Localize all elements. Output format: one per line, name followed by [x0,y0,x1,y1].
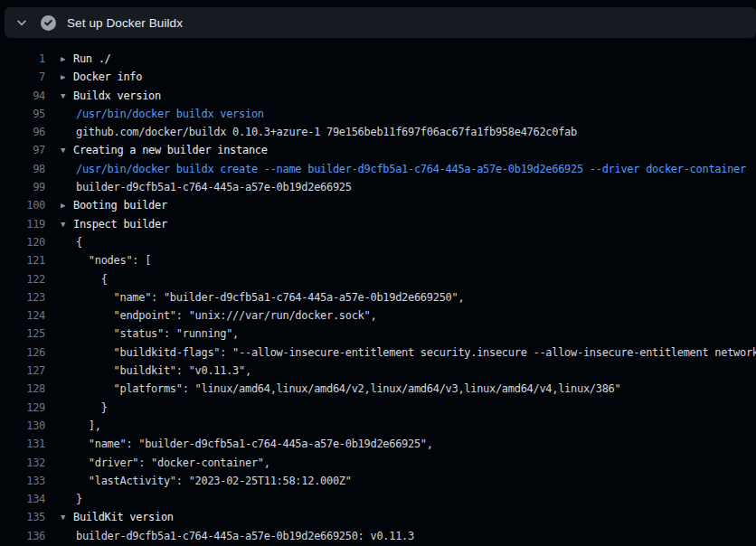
group-expand-icon[interactable]: ▶ [61,50,73,68]
line-number[interactable]: 96 [0,123,45,141]
line-number[interactable]: 135 [0,508,45,526]
log-line: 97 ▼ Creating a new builder instance [0,141,756,159]
log-line: 122 { [0,270,756,288]
group-collapse-icon[interactable]: ▼ [61,141,73,159]
log-line: 134 } [0,490,756,508]
check-circle-icon [41,15,56,31]
log-text: "status": "running", [76,325,239,343]
line-number[interactable]: 100 [0,196,45,214]
line-number[interactable]: 121 [0,251,45,269]
line-number[interactable]: 122 [0,270,45,288]
group-collapse-icon[interactable]: ▼ [61,87,73,105]
line-number[interactable]: 136 [0,527,45,545]
log-line: 120 { [0,233,756,251]
log-line: 121 "nodes": [ [0,251,756,269]
log-text: "buildkit": "v0.11.3", [76,362,251,380]
log-text: { [76,233,82,251]
line-number[interactable]: 98 [0,160,45,178]
chevron-down-icon[interactable] [14,15,29,30]
group-expand-icon[interactable]: ▶ [61,68,73,86]
log-text: "nodes": [ [76,251,151,269]
log-text: "lastActivity": "2023-02-25T11:58:12.000… [76,472,352,490]
line-number[interactable]: 125 [0,325,45,343]
log-text: github.com/docker/buildx 0.10.3+azure-1 … [76,123,577,141]
log-text: ], [76,417,101,435]
log-line: 127 "buildkit": "v0.11.3", [0,362,756,380]
line-number[interactable]: 129 [0,399,45,417]
log-line: 131 "name": "builder-d9cfb5a1-c764-445a-… [0,435,756,453]
line-number[interactable]: 124 [0,306,45,325]
line-number[interactable]: 94 [0,87,45,105]
log-text: "name": "builder-d9cfb5a1-c764-445a-a57e… [76,435,433,453]
line-number[interactable]: 123 [0,288,45,306]
log-text[interactable]: Booting builder [73,196,167,214]
line-number[interactable]: 1 [0,50,45,68]
log-line: 95 /usr/bin/docker buildx version [0,105,756,123]
log-line: 98 /usr/bin/docker buildx create --name … [0,160,756,178]
log-text: /usr/bin/docker buildx create --name bui… [76,160,746,178]
log-text: "platforms": "linux/amd64,linux/amd64/v2… [76,380,620,398]
log-line: 123 "name": "builder-d9cfb5a1-c764-445a-… [0,288,756,306]
log-line: 119 ▼ Inspect builder [0,215,756,233]
line-number[interactable]: 132 [0,454,45,472]
step-title: Set up Docker Buildx [67,16,183,30]
log-text: "driver": "docker-container", [76,454,270,472]
log-line: 128 "platforms": "linux/amd64,linux/amd6… [0,380,756,398]
log-text: "buildkitd-flags": "--allow-insecure-ent… [76,344,756,362]
log-line: 1 ▶ Run ./ [0,50,756,68]
line-number[interactable]: 131 [0,435,45,453]
log-text[interactable]: Buildx version [73,87,161,105]
log-line: 100 ▶ Booting builder [0,196,756,214]
log-line: 94 ▼ Buildx version [0,87,756,105]
log-line: 124 "endpoint": "unix:///var/run/docker.… [0,306,756,325]
line-number[interactable]: 134 [0,490,45,508]
log-text: { [76,270,108,288]
line-number[interactable]: 120 [0,233,45,251]
log-text: } [76,490,82,508]
log-line: 126 "buildkitd-flags": "--allow-insecure… [0,344,756,362]
step-header[interactable]: Set up Docker Buildx [5,7,756,38]
line-number[interactable]: 127 [0,362,45,380]
log-text[interactable]: BuildKit version [73,508,174,526]
log-line: 7 ▶ Docker info [0,68,756,86]
line-number[interactable]: 95 [0,105,45,123]
log-line: 96 github.com/docker/buildx 0.10.3+azure… [0,123,756,141]
line-number[interactable]: 126 [0,344,45,362]
log-line: 125 "status": "running", [0,325,756,343]
log-text: /usr/bin/docker buildx version [76,105,264,123]
log-line: 129 } [0,399,756,417]
log-text: builder-d9cfb5a1-c764-445a-a57e-0b19d2e6… [76,527,414,545]
log-text: "name": "builder-d9cfb5a1-c764-445a-a57e… [76,288,464,306]
log-line: 135 ▼ BuildKit version [0,508,756,526]
log-text[interactable]: Docker info [73,68,142,86]
line-number[interactable]: 99 [0,178,45,196]
log-text[interactable]: Inspect builder [73,215,167,233]
log-text[interactable]: Run ./ [73,50,111,68]
line-number[interactable]: 97 [0,141,45,159]
line-number[interactable]: 128 [0,380,45,398]
group-collapse-icon[interactable]: ▼ [61,215,73,233]
log-text: } [76,399,108,417]
line-number[interactable]: 119 [0,215,45,233]
log-line: 99 builder-d9cfb5a1-c764-445a-a57e-0b19d… [0,178,756,196]
log-line: 130 ], [0,417,756,435]
log-text: builder-d9cfb5a1-c764-445a-a57e-0b19d2e6… [76,178,352,196]
group-collapse-icon[interactable]: ▼ [61,508,73,526]
log-line: 133 "lastActivity": "2023-02-25T11:58:12… [0,472,756,490]
line-number[interactable]: 130 [0,417,45,435]
line-number[interactable]: 7 [0,68,45,86]
log-line: 136 builder-d9cfb5a1-c764-445a-a57e-0b19… [0,527,756,545]
group-expand-icon[interactable]: ▶ [61,196,73,214]
log-text[interactable]: Creating a new builder instance [73,141,268,159]
log-text: "endpoint": "unix:///var/run/docker.sock… [76,306,376,325]
line-number[interactable]: 133 [0,472,45,490]
log-line: 132 "driver": "docker-container", [0,454,756,472]
log-container: 1 ▶ Run ./ 7 ▶ Docker info 94 ▼ Buildx v… [0,38,756,546]
